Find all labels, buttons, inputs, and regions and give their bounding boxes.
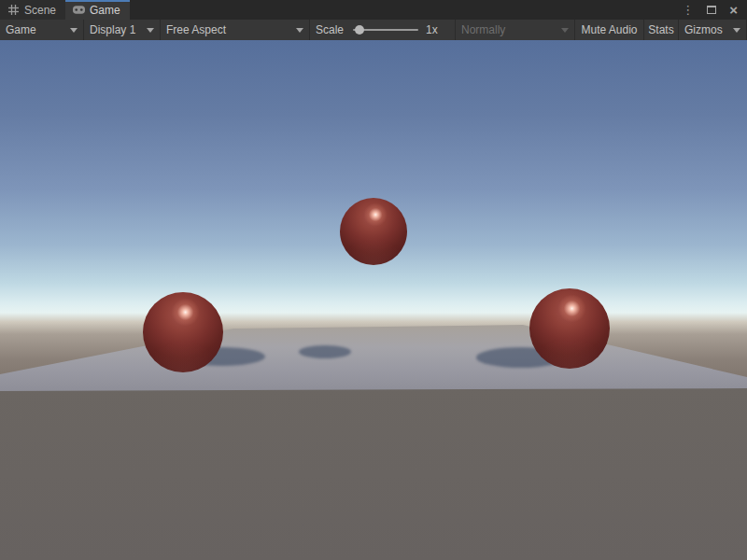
scale-slider-knob[interactable] — [355, 25, 364, 35]
aspect-dropdown[interactable]: Free Aspect — [161, 20, 310, 40]
chevron-down-icon — [147, 28, 154, 33]
chevron-down-icon — [70, 28, 78, 33]
tab-game[interactable]: Game — [65, 0, 130, 20]
stats-label: Stats — [648, 23, 673, 36]
tabbar-spacer — [130, 0, 683, 20]
center-sphere-shadow — [299, 345, 351, 358]
mute-audio-button[interactable]: Mute Audio — [575, 20, 644, 40]
display-dropdown[interactable]: Display 1 — [84, 20, 161, 40]
chevron-down-icon — [296, 28, 303, 33]
game-view-toolbar: Game Display 1 Free Aspect Scale 1x Norm… — [0, 20, 747, 40]
scale-slider[interactable] — [353, 29, 418, 31]
stats-button[interactable]: Stats — [644, 20, 679, 40]
window-controls: ⋮ × — [682, 0, 747, 20]
tab-scene[interactable]: Scene — [0, 0, 65, 20]
foreground-ground — [0, 387, 747, 560]
chevron-down-icon — [733, 28, 740, 33]
play-mode-dropdown[interactable]: Normally — [456, 20, 575, 40]
unity-game-window: Scene Game ⋮ × Game Display 1 — [0, 0, 747, 560]
left-sphere — [143, 292, 223, 372]
center-sphere — [340, 198, 407, 265]
mute-audio-label: Mute Audio — [581, 23, 637, 36]
aspect-dropdown-label: Free Aspect — [166, 23, 290, 36]
chevron-down-icon — [561, 28, 569, 33]
close-icon[interactable]: × — [729, 3, 738, 17]
right-sphere — [529, 288, 610, 369]
game-viewport[interactable] — [0, 40, 747, 560]
gizmos-dropdown[interactable]: Gizmos — [679, 20, 747, 40]
scale-control: Scale 1x — [310, 20, 456, 40]
gizmos-dropdown-label: Gizmos — [684, 23, 727, 36]
gamepad-icon — [73, 5, 85, 16]
play-mode-dropdown-label: Normally — [461, 23, 556, 36]
game-dropdown-label: Game — [6, 23, 64, 36]
tab-game-label: Game — [90, 4, 120, 17]
scale-value: 1x — [426, 23, 438, 36]
tab-bar: Scene Game ⋮ × — [0, 0, 747, 20]
maximize-icon[interactable] — [707, 6, 716, 14]
kebab-menu-icon[interactable]: ⋮ — [682, 4, 694, 16]
game-dropdown[interactable]: Game — [0, 20, 84, 40]
scale-label: Scale — [316, 23, 344, 36]
tab-scene-label: Scene — [24, 4, 56, 17]
grid-icon — [7, 5, 20, 16]
display-dropdown-label: Display 1 — [90, 23, 141, 36]
